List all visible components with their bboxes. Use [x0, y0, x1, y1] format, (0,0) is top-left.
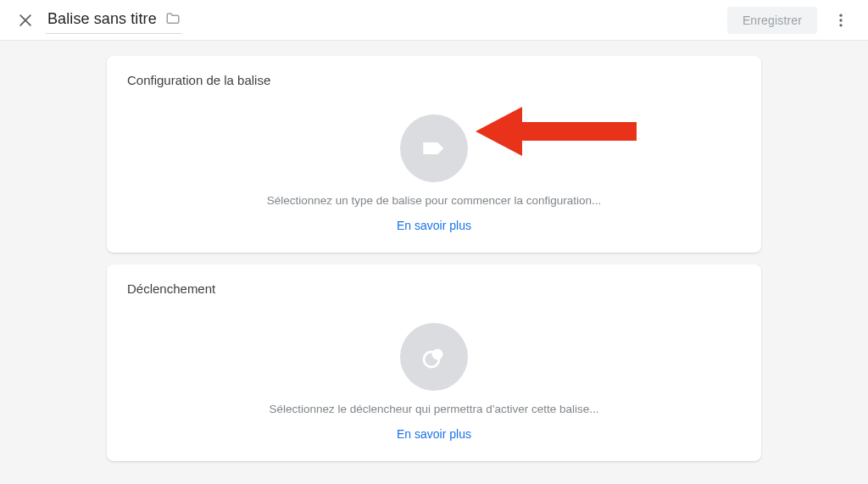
svg-point-7: [432, 349, 443, 360]
svg-point-3: [839, 19, 842, 21]
save-button[interactable]: Enregistrer: [727, 7, 817, 34]
trigger-icon: [419, 342, 449, 372]
tag-configuration-desc: Sélectionnez un type de balise pour comm…: [267, 194, 602, 207]
svg-point-2: [839, 14, 842, 16]
triggering-card[interactable]: Déclenchement Sélectionnez le déclencheu…: [107, 264, 761, 461]
more-vert-icon: [832, 12, 849, 29]
card-title: Déclenchement: [127, 281, 741, 296]
learn-more-link[interactable]: En savoir plus: [397, 219, 471, 232]
folder-icon: [165, 11, 181, 26]
title-input[interactable]: Balise sans titre: [46, 7, 182, 34]
triggering-desc: Sélectionnez le déclencheur qui permettr…: [269, 403, 598, 415]
close-button[interactable]: [10, 5, 41, 36]
tag-icon: [420, 134, 448, 163]
tag-configuration-empty: Sélectionnez un type de balise pour comm…: [127, 111, 741, 232]
tag-title: Balise sans titre: [47, 10, 157, 28]
tag-placeholder-circle: [400, 114, 468, 182]
dialog-header: Balise sans titre Enregistrer: [0, 0, 868, 41]
tag-configuration-card[interactable]: Configuration de la balise Sélectionnez …: [107, 56, 761, 253]
page-body: Configuration de la balise Sélectionnez …: [0, 41, 868, 484]
close-icon: [17, 12, 34, 29]
triggering-empty: Sélectionnez le déclencheur qui permettr…: [127, 320, 741, 441]
card-title: Configuration de la balise: [127, 73, 741, 87]
trigger-placeholder-circle: [400, 323, 468, 391]
learn-more-link[interactable]: En savoir plus: [397, 427, 471, 441]
more-menu-button[interactable]: [824, 3, 858, 37]
svg-point-4: [839, 24, 842, 26]
